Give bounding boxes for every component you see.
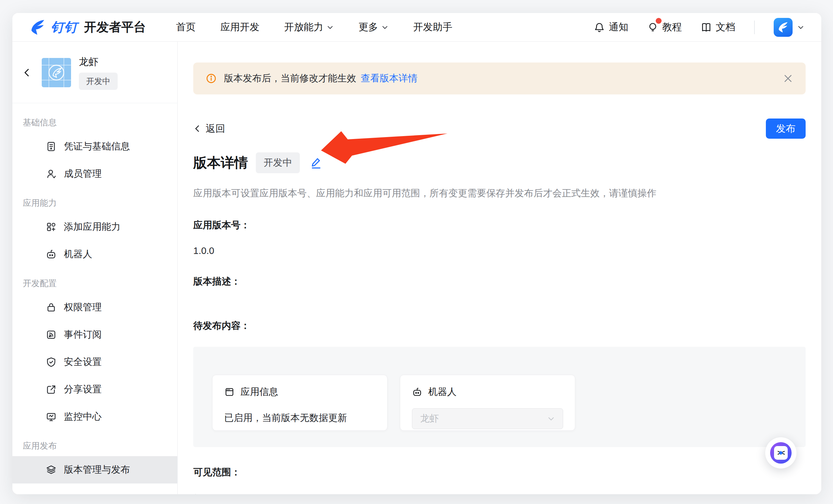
top-nav: 钉钉 开发者平台 首页 应用开发 开放能力 更多 开发助手 通知	[13, 13, 821, 42]
app-info-card: 应用信息 已启用，当前版本无数据更新	[212, 375, 387, 431]
sidebar-item-members[interactable]: 成员管理	[13, 160, 177, 187]
dingtalk-wing-icon	[777, 22, 789, 33]
collapse-back-icon[interactable]	[22, 68, 32, 77]
sidebar-item-monitor-center[interactable]: 监控中心	[13, 403, 177, 430]
sidebar-item-version-management[interactable]: 版本管理与发布	[13, 456, 177, 483]
version-desc-label: 版本描述：	[193, 275, 806, 288]
version-alert-banner: 版本发布后，当前修改才能生效 查看版本详情	[193, 62, 806, 95]
back-button[interactable]: 返回	[193, 122, 225, 135]
page-description: 应用版本可设置应用版本号、应用能力和应用可用范围，所有变更需要保存并发布后才会正…	[193, 187, 806, 200]
bulb-icon	[647, 22, 658, 33]
app-status-badge: 开发中	[79, 73, 118, 90]
sidebar-item-event-subscription[interactable]: 事件订阅	[13, 321, 177, 348]
chevron-down-icon	[797, 24, 804, 31]
robot-select[interactable]: 龙虾	[412, 408, 563, 429]
lock-icon	[46, 302, 57, 313]
nav-right: 通知 教程 文档	[594, 18, 804, 37]
main-content: 版本发布后，当前修改才能生效 查看版本详情 返回 发布 版本详情 开发	[177, 42, 821, 494]
book-icon	[701, 22, 712, 33]
sidebar-item-add-capability[interactable]: 添加应用能力	[13, 213, 177, 241]
dingtalk-wing-icon	[29, 19, 46, 36]
robot-select-value: 龙虾	[420, 412, 439, 425]
dingtalk-logo[interactable]: 钉钉 开发者平台	[29, 18, 146, 36]
visible-scope-value: 部分员工: Bellon,	[193, 493, 806, 494]
notification-dot	[656, 18, 662, 24]
status-badge: 开发中	[256, 152, 300, 173]
version-detail-page: 返回 发布 版本详情 开发中 应用版本可设置应用版本号、应用能力和应用可用范围，…	[177, 119, 821, 494]
chevron-down-icon	[547, 415, 555, 423]
sidebar-item-share-settings[interactable]: 分享设置	[13, 376, 177, 403]
sidebar-menu: 基础信息 凭证与基础信息 成员管理 应用能力 添加应用能力	[13, 103, 177, 483]
nav-items: 首页 应用开发 开放能力 更多 开发助手	[176, 21, 452, 34]
robot-icon	[412, 387, 422, 397]
sidebar: 龙虾 开发中 基础信息 凭证与基础信息 成员管理 应用能力	[13, 42, 177, 494]
user-icon	[46, 168, 57, 179]
app-name: 龙虾	[79, 55, 118, 69]
chevron-down-icon	[327, 24, 334, 31]
app-header: 龙虾 开发中	[13, 42, 177, 103]
grid-plus-icon	[46, 221, 57, 232]
card-status-text: 已启用，当前版本无数据更新	[224, 411, 376, 425]
tutorial-button[interactable]: 教程	[647, 21, 682, 34]
chevron-down-icon	[381, 24, 388, 31]
edit-pencil-icon[interactable]	[310, 156, 323, 169]
avatar	[774, 18, 792, 37]
robot-icon	[46, 249, 57, 260]
docs-button[interactable]: 文档	[701, 21, 735, 34]
monitor-icon	[46, 411, 57, 422]
sidebar-item-credentials[interactable]: 凭证与基础信息	[13, 133, 177, 160]
pending-content-label: 待发布内容：	[193, 320, 806, 332]
publish-button[interactable]: 发布	[766, 119, 806, 139]
version-number-value: 1.0.0	[193, 246, 806, 256]
app-avatar	[42, 58, 71, 87]
nav-item-dev-assistant[interactable]: 开发助手	[413, 21, 452, 34]
share-icon	[46, 384, 57, 395]
app-avatar-wing-icon	[46, 62, 67, 83]
robot-card: 机器人 龙虾	[400, 375, 575, 431]
app-window: 钉钉 开发者平台 首页 应用开发 开放能力 更多 开发助手 通知	[13, 13, 821, 494]
bell-icon	[594, 22, 605, 33]
shield-check-icon	[46, 356, 57, 368]
rss-icon	[46, 329, 57, 340]
sidebar-item-permissions[interactable]: 权限管理	[13, 294, 177, 321]
screen: 钉钉 开发者平台 首页 应用开发 开放能力 更多 开发助手 通知	[0, 0, 833, 504]
section-title-dev-config: 开发配置	[13, 268, 177, 294]
section-title-capabilities: 应用能力	[13, 187, 177, 213]
notifications-button[interactable]: 通知	[594, 21, 628, 34]
nav-item-home[interactable]: 首页	[176, 21, 195, 34]
assistant-widget-button[interactable]: ><	[765, 437, 796, 469]
section-title-basic-info: 基础信息	[13, 107, 177, 133]
sidebar-item-security[interactable]: 安全设置	[13, 348, 177, 376]
card-title: 应用信息	[240, 385, 278, 399]
info-icon	[206, 73, 217, 84]
pending-content-panel: 应用信息 已启用，当前版本无数据更新 机器人 龙虾	[193, 347, 806, 447]
view-version-detail-link[interactable]: 查看版本详情	[361, 72, 418, 85]
page-title: 版本详情	[193, 154, 248, 172]
id-card-icon	[46, 141, 57, 152]
close-icon[interactable]	[783, 73, 793, 84]
nav-item-more[interactable]: 更多	[358, 21, 388, 34]
brand-name: 钉钉	[51, 18, 77, 36]
nav-item-app-dev[interactable]: 应用开发	[220, 21, 259, 34]
banner-text: 版本发布后，当前修改才能生效	[224, 72, 356, 85]
assistant-widget-icon: ><	[770, 442, 792, 463]
card-title: 机器人	[428, 385, 457, 399]
sidebar-item-robot[interactable]: 机器人	[13, 241, 177, 268]
nav-item-open-capability[interactable]: 开放能力	[284, 21, 334, 34]
layers-icon	[46, 464, 57, 475]
platform-name: 开发者平台	[84, 19, 146, 35]
divider	[754, 21, 755, 34]
account-menu[interactable]	[774, 18, 804, 37]
section-title-app-release: 应用发布	[13, 430, 177, 456]
app-window-icon	[224, 387, 235, 397]
version-number-label: 应用版本号：	[193, 219, 806, 232]
visible-scope-label: 可见范围：	[193, 466, 806, 479]
chevron-left-icon	[193, 124, 202, 133]
